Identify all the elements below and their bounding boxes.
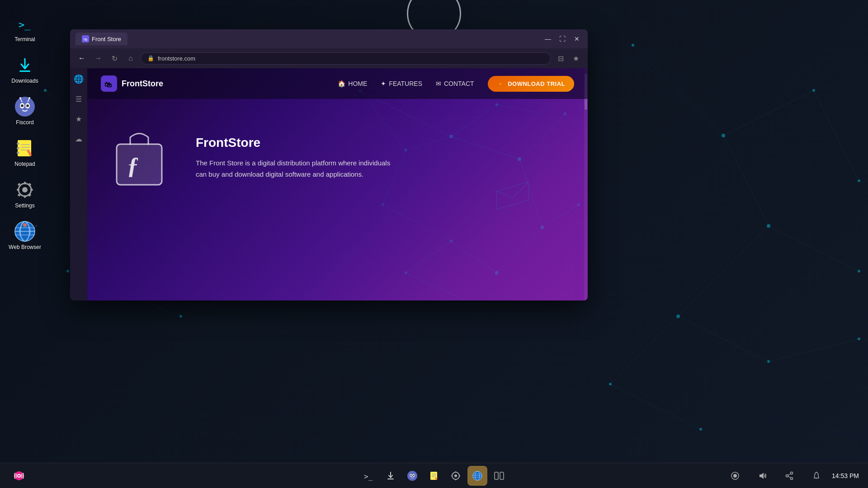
hero-description: The Front Store is a digital distributio… [196, 157, 395, 180]
taskbar-bottom-center: >_ [359, 466, 509, 486]
sidebar-toggle-button[interactable]: ⊟ [554, 52, 567, 65]
svg-rect-47 [17, 147, 19, 149]
taskbar-notepad[interactable] [424, 466, 444, 486]
svg-rect-128 [455, 479, 456, 480]
svg-point-54 [22, 187, 28, 192]
volume-button[interactable] [752, 466, 772, 486]
svg-point-43 [28, 97, 30, 99]
fiscord-icon [14, 96, 36, 117]
webbrowser-label: Web Browser [9, 244, 41, 250]
svg-line-11 [610, 316, 678, 384]
svg-rect-48 [17, 152, 19, 154]
taskbar-bottom-left [9, 466, 29, 486]
desktop-icon-dock: >_ Terminal Downloads [0, 0, 50, 465]
svg-point-35 [15, 97, 35, 117]
home-nav-icon: 🏠 [338, 80, 345, 87]
frontstore-website: 🛍 FrontStore 🏠 HOME ✦ [87, 68, 588, 300]
svg-point-114 [407, 471, 417, 481]
download-trial-icon: 🔸 [497, 80, 505, 87]
sidebar-menu-icon[interactable]: ☰ [72, 93, 85, 105]
desktop-icon-notepad[interactable]: Notepad [5, 134, 45, 171]
svg-point-142 [791, 472, 793, 474]
svg-rect-107 [117, 144, 162, 185]
bookmark-button[interactable]: ★ [570, 52, 582, 65]
desktop-icon-downloads[interactable]: Downloads [5, 51, 45, 88]
svg-point-143 [791, 477, 793, 479]
sidebar-cloud-icon[interactable]: ☁ [72, 132, 85, 145]
nav-link-contact[interactable]: ✉ CONTACT [436, 80, 474, 87]
svg-rect-138 [500, 472, 504, 479]
address-bar[interactable]: 🔒 frontstore.com [141, 52, 551, 65]
svg-point-21 [767, 224, 770, 228]
settings-label: Settings [15, 202, 34, 209]
url-text: frontstore.com [158, 55, 195, 62]
notepad-icon [14, 137, 36, 159]
nav-link-features[interactable]: ✦ FEATURES [381, 80, 422, 87]
close-button[interactable]: ✕ [571, 33, 582, 44]
svg-line-79 [451, 241, 497, 272]
tab-favicon: 🛍 [82, 35, 89, 42]
record-button[interactable] [725, 466, 745, 486]
minimize-button[interactable]: — [542, 33, 553, 44]
desktop-icon-fiscord[interactable]: Fiscord [5, 92, 45, 129]
webbrowser-icon [14, 221, 36, 242]
taskbar-terminal[interactable]: >_ [359, 466, 379, 486]
downloads-label: Downloads [11, 78, 38, 84]
svg-rect-46 [17, 143, 19, 145]
hero-icon-wrapper: ƒ [110, 126, 169, 189]
svg-line-12 [610, 384, 701, 429]
download-trial-button[interactable]: 🔸 DOWNLOAD TRIAL [488, 76, 574, 92]
refresh-button[interactable]: ↻ [108, 52, 121, 65]
taskbar-fiscord[interactable] [402, 466, 422, 486]
features-nav-icon: ✦ [381, 80, 386, 87]
svg-text:>_: >_ [19, 19, 31, 30]
svg-point-22 [858, 270, 860, 272]
browser-main-content: 🛍 FrontStore 🏠 HOME ✦ [87, 68, 588, 300]
svg-line-9 [678, 316, 769, 361]
contact-nav-icon: ✉ [436, 80, 441, 87]
podcast-button[interactable] [9, 466, 29, 486]
browser-tab[interactable]: 🛍 Front Store [75, 33, 127, 45]
sidebar-globe-icon[interactable]: 🌐 [72, 73, 85, 85]
svg-point-111 [18, 475, 20, 477]
desktop-icon-settings[interactable]: Settings [5, 175, 45, 212]
svg-rect-58 [30, 189, 33, 191]
nav-link-home[interactable]: 🏠 HOME [338, 80, 367, 87]
svg-point-96 [404, 272, 407, 274]
svg-point-38 [21, 104, 24, 107]
frontstore-nav: 🛍 FrontStore 🏠 HOME ✦ [87, 68, 588, 99]
taskbar-splitview[interactable] [489, 466, 509, 486]
svg-point-25 [858, 338, 860, 340]
svg-point-15 [66, 270, 69, 272]
svg-point-26 [609, 383, 612, 385]
tab-title: Front Store [92, 36, 121, 42]
home-button[interactable]: ⌂ [124, 52, 137, 65]
back-button[interactable]: ← [75, 52, 88, 65]
share-button[interactable] [779, 466, 799, 486]
maximize-button[interactable]: ⛶ [557, 33, 568, 44]
svg-rect-55 [24, 182, 26, 184]
taskbar-webbrowser-active[interactable] [467, 466, 487, 486]
taskbar-bottom: >_ [0, 463, 868, 488]
notification-button[interactable] [807, 466, 826, 486]
svg-rect-113 [387, 479, 394, 479]
desktop-icon-webbrowser[interactable]: Web Browser [5, 217, 45, 254]
svg-text:>_: >_ [364, 472, 373, 481]
taskbar-settings[interactable] [446, 466, 466, 486]
frontstore-brand-name: FrontStore [122, 79, 163, 89]
svg-rect-34 [19, 70, 30, 72]
settings-icon [14, 179, 36, 201]
forward-button[interactable]: → [92, 52, 104, 65]
taskbar-downloads[interactable] [381, 466, 401, 486]
svg-rect-127 [455, 471, 456, 473]
sidebar-star-icon[interactable]: ★ [72, 113, 85, 125]
svg-rect-130 [459, 475, 460, 476]
svg-marker-141 [760, 473, 764, 479]
terminal-label: Terminal [14, 36, 35, 42]
svg-point-19 [812, 89, 815, 92]
svg-text:🛍: 🛍 [84, 38, 87, 42]
svg-point-126 [454, 474, 457, 477]
svg-point-27 [699, 428, 702, 431]
svg-point-42 [19, 97, 21, 99]
desktop-icon-terminal[interactable]: >_ Terminal [5, 9, 45, 46]
